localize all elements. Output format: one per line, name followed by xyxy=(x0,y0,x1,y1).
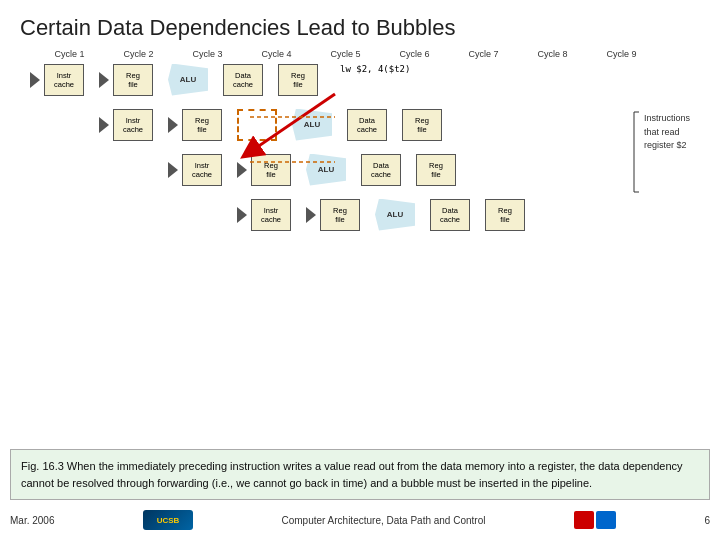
page-title: Certain Data Dependencies Lead to Bubble… xyxy=(20,15,700,41)
pipeline-diagram: Instrcache Regfile ALU Datacache Regfile… xyxy=(30,62,700,332)
bracket-svg xyxy=(629,102,719,222)
instr-cache-2: Instrcache xyxy=(182,154,222,186)
data-cache-1: Datacache xyxy=(347,109,387,141)
instr-code-label: lw $2, 4($t2) xyxy=(340,64,410,74)
instructions-note: Instructionsthat readregister $2 xyxy=(644,112,690,153)
alu-1: ALU xyxy=(292,109,332,141)
footer-page: 6 xyxy=(704,515,710,526)
cycle-6-label: Cycle 6 xyxy=(380,49,449,59)
caption-text: Fig. 16.3 When the immediately preceding… xyxy=(21,460,683,489)
instr-cache-0: Instrcache xyxy=(44,64,84,96)
arrow-2 xyxy=(168,162,180,178)
reg-file2-0: Regfile xyxy=(278,64,318,96)
footer-date: Mar. 2006 xyxy=(10,515,54,526)
data-cache-2: Datacache xyxy=(361,154,401,186)
row-3: Instrcache Regfile ALU Datacache Regfile xyxy=(237,197,525,232)
arrow-3b xyxy=(306,207,318,223)
row-2: Instrcache Regfile ALU Datacache Regfile xyxy=(168,152,456,187)
alu-0: ALU xyxy=(168,64,208,96)
ucsb-text: UCSB xyxy=(157,516,180,525)
bubble-box xyxy=(237,109,277,141)
reg-file2-3: Regfile xyxy=(485,199,525,231)
footer-course: Computer Architecture, Data Path and Con… xyxy=(281,515,485,526)
cycle-7-label: Cycle 7 xyxy=(449,49,518,59)
pat-logo-right xyxy=(596,511,616,529)
arrow-0 xyxy=(30,72,42,88)
pat-logo-left xyxy=(574,511,594,529)
row-0: Instrcache Regfile ALU Datacache Regfile xyxy=(30,62,318,97)
ucsb-logo: UCSB xyxy=(143,510,193,530)
cycle-4-label: Cycle 4 xyxy=(242,49,311,59)
reg-file-3: Regfile xyxy=(320,199,360,231)
reg-file-2: Regfile xyxy=(251,154,291,186)
arrow-0b xyxy=(99,72,111,88)
instr-cache-1: Instrcache xyxy=(113,109,153,141)
reg-file-0: Regfile xyxy=(113,64,153,96)
cycle-9-label: Cycle 9 xyxy=(587,49,656,59)
cycle-5-label: Cycle 5 xyxy=(311,49,380,59)
alu-3: ALU xyxy=(375,199,415,231)
patterson-logo xyxy=(574,511,616,529)
cycle-labels: Cycle 1 Cycle 2 Cycle 3 Cycle 4 Cycle 5 … xyxy=(20,49,700,59)
caption-box: Fig. 16.3 When the immediately preceding… xyxy=(10,449,710,500)
arrow-3 xyxy=(237,207,249,223)
footer-logo: UCSB xyxy=(143,510,193,530)
instr-cache-3: Instrcache xyxy=(251,199,291,231)
cycle-2-label: Cycle 2 xyxy=(104,49,173,59)
reg-file2-1: Regfile xyxy=(402,109,442,141)
footer: Mar. 2006 UCSB Computer Architecture, Da… xyxy=(10,510,710,530)
data-cache-3: Datacache xyxy=(430,199,470,231)
arrow-2b xyxy=(237,162,249,178)
cycle-3-label: Cycle 3 xyxy=(173,49,242,59)
cycle-8-label: Cycle 8 xyxy=(518,49,587,59)
data-cache-0: Datacache xyxy=(223,64,263,96)
reg-file-1: Regfile xyxy=(182,109,222,141)
slide: Certain Data Dependencies Lead to Bubble… xyxy=(0,0,720,540)
arrow-1b xyxy=(168,117,180,133)
row-1: Instrcache Regfile ALU Datacache Regfile xyxy=(99,107,442,142)
cycle-1-label: Cycle 1 xyxy=(35,49,104,59)
reg-file2-2: Regfile xyxy=(416,154,456,186)
bubble-indicator xyxy=(237,109,277,141)
alu-2: ALU xyxy=(306,154,346,186)
arrow-1 xyxy=(99,117,111,133)
